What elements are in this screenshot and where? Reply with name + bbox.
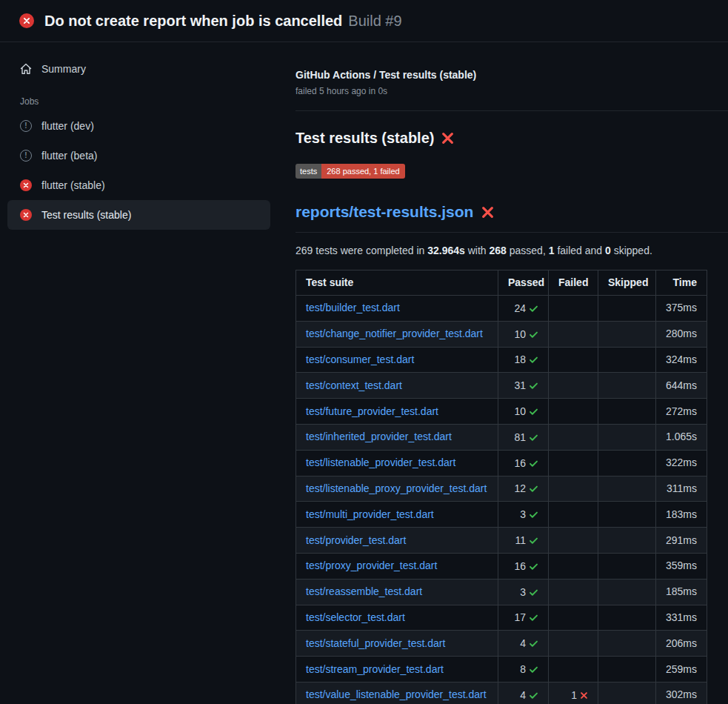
column-header-skipped: Skipped bbox=[598, 270, 656, 296]
suite-link[interactable]: test/reassemble_test.dart bbox=[306, 585, 422, 597]
column-header-passed: Passed bbox=[498, 270, 549, 296]
column-header-test-suite: Test suite bbox=[296, 270, 498, 296]
skipped-cell bbox=[598, 450, 656, 476]
check-icon bbox=[529, 355, 538, 365]
time-cell: 280ms bbox=[656, 321, 707, 347]
check-icon bbox=[529, 459, 538, 468]
passed-cell: 3 bbox=[498, 502, 549, 528]
sidebar-item-summary[interactable]: Summary bbox=[7, 54, 270, 84]
table-row: test/stateful_provider_test.dart 4 206ms bbox=[296, 631, 707, 657]
summary-prefix: 269 tests were completed in bbox=[295, 245, 427, 256]
column-header-time: Time bbox=[656, 270, 707, 296]
summary-passed-count: 268 bbox=[490, 245, 507, 256]
run-status-line: failed 5 hours ago in 0s bbox=[295, 86, 728, 96]
suite-link[interactable]: test/selector_test.dart bbox=[306, 611, 405, 623]
table-row: test/consumer_test.dart 18 324ms bbox=[296, 347, 707, 373]
suite-link[interactable]: test/inherited_provider_test.dart bbox=[306, 431, 452, 442]
table-row: test/provider_test.dart 11 291ms bbox=[296, 528, 707, 554]
home-icon bbox=[20, 63, 32, 75]
time-cell: 302ms bbox=[656, 682, 707, 704]
summary-text: with bbox=[465, 245, 490, 256]
suite-link[interactable]: test/listenable_provider_test.dart bbox=[306, 456, 455, 468]
time-cell: 259ms bbox=[656, 657, 707, 683]
sidebar-item-label: Summary bbox=[41, 63, 86, 75]
time-cell: 185ms bbox=[656, 579, 707, 605]
suite-link[interactable]: test/builder_test.dart bbox=[306, 302, 400, 313]
suite-link[interactable]: test/future_provider_test.dart bbox=[306, 405, 438, 417]
sidebar-item-job[interactable]: ! flutter (beta) bbox=[7, 141, 270, 170]
time-cell: 291ms bbox=[656, 528, 707, 554]
suite-link[interactable]: test/change_notifier_provider_test.dart bbox=[306, 328, 483, 339]
sidebar: Summary Jobs ! flutter (dev) ! flutter (… bbox=[0, 42, 278, 230]
time-cell: 375ms bbox=[656, 296, 707, 322]
check-icon bbox=[529, 381, 538, 391]
suite-link[interactable]: test/proxy_provider_test.dart bbox=[306, 559, 437, 571]
passed-cell: 24 bbox=[498, 296, 549, 322]
section-title: Test results (stable) bbox=[295, 130, 434, 147]
table-row: test/proxy_provider_test.dart 16 359ms bbox=[296, 553, 707, 579]
failed-cell bbox=[549, 296, 598, 322]
suite-link[interactable]: test/consumer_test.dart bbox=[306, 353, 414, 365]
failed-cell bbox=[549, 424, 598, 450]
time-cell: 272ms bbox=[656, 399, 707, 425]
time-cell: 324ms bbox=[656, 347, 707, 373]
breadcrumb: GitHub Actions / Test results (stable) bbox=[295, 69, 728, 81]
failed-cell bbox=[549, 579, 598, 605]
check-run-header: Do not create report when job is cancell… bbox=[0, 0, 728, 42]
passed-cell: 31 bbox=[498, 373, 549, 399]
suite-link[interactable]: test/provider_test.dart bbox=[306, 534, 406, 546]
table-header-row: Test suite Passed Failed Skipped Time bbox=[296, 270, 707, 296]
sidebar-item-job[interactable]: ! Test results (stable) bbox=[7, 200, 270, 230]
table-row: test/stream_provider_test.dart 8 259ms bbox=[296, 657, 707, 683]
skipped-cell bbox=[598, 502, 656, 528]
table-row: test/reassemble_test.dart 3 185ms bbox=[296, 579, 707, 605]
failed-cell bbox=[549, 553, 598, 579]
passed-cell: 12 bbox=[498, 476, 549, 502]
failed-job-icon bbox=[20, 209, 32, 221]
job-label: flutter (dev) bbox=[41, 120, 94, 132]
suite-link[interactable]: test/listenable_proxy_provider_test.dart bbox=[306, 482, 487, 494]
failed-cell bbox=[549, 347, 598, 373]
skipped-cell bbox=[598, 373, 656, 399]
summary-failed-count: 1 bbox=[549, 245, 555, 256]
time-cell: 359ms bbox=[656, 553, 707, 579]
skipped-cell bbox=[598, 347, 656, 373]
suite-link[interactable]: test/context_test.dart bbox=[306, 379, 402, 391]
failed-cell bbox=[549, 631, 598, 657]
summary-line: 269 tests were completed in 32.964s with… bbox=[295, 245, 728, 256]
check-icon bbox=[529, 433, 538, 442]
table-row: test/builder_test.dart 24 375ms bbox=[296, 296, 707, 322]
failed-x-icon bbox=[441, 132, 454, 145]
skipped-cell bbox=[598, 528, 656, 554]
passed-cell: 10 bbox=[498, 399, 549, 425]
sidebar-item-job[interactable]: ! flutter (dev) bbox=[7, 111, 270, 141]
jobs-section-label: Jobs bbox=[0, 96, 278, 107]
failed-cell bbox=[549, 605, 598, 631]
x-glyph bbox=[23, 212, 29, 218]
suite-link[interactable]: test/value_listenable_provider_test.dart bbox=[306, 688, 487, 700]
time-cell: 311ms bbox=[656, 476, 707, 502]
check-icon bbox=[529, 510, 538, 519]
skipped-cell bbox=[598, 579, 656, 605]
check-icon bbox=[529, 562, 538, 571]
failed-cell bbox=[549, 476, 598, 502]
passed-cell: 18 bbox=[498, 347, 549, 373]
skipped-cell bbox=[598, 399, 656, 425]
main-content: GitHub Actions / Test results (stable) f… bbox=[278, 42, 728, 704]
suite-link[interactable]: test/stream_provider_test.dart bbox=[306, 663, 444, 675]
summary-text: skipped. bbox=[611, 245, 652, 256]
table-row: test/inherited_provider_test.dart 81 1.0… bbox=[296, 424, 707, 450]
suite-link[interactable]: test/stateful_provider_test.dart bbox=[306, 637, 445, 649]
suite-link[interactable]: test/multi_provider_test.dart bbox=[306, 508, 434, 520]
failed-cell bbox=[549, 399, 598, 425]
check-icon bbox=[529, 588, 538, 597]
sidebar-item-job[interactable]: ! flutter (stable) bbox=[7, 170, 270, 200]
run-build-number: Build #9 bbox=[348, 13, 401, 30]
neutral-job-icon: ! bbox=[20, 150, 32, 162]
report-link[interactable]: reports/test-results.json bbox=[295, 203, 473, 221]
time-cell: 331ms bbox=[656, 605, 707, 631]
check-icon bbox=[529, 691, 538, 700]
check-icon bbox=[529, 407, 538, 416]
column-header-failed: Failed bbox=[549, 270, 598, 296]
table-row: test/multi_provider_test.dart 3 183ms bbox=[296, 502, 707, 528]
